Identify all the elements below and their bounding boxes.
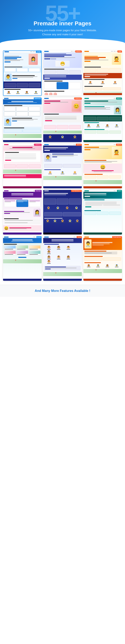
mock-pricing-faq: [3, 218, 42, 225]
mock-da-map: [43, 176, 82, 180]
mock-logo-blog: [4, 236, 9, 238]
mock-doctor-img: 👩‍⚕️: [29, 54, 38, 65]
plan-pro: [17, 200, 28, 207]
pricing-tag: PRICING: [35, 190, 42, 192]
mock-sa-img: 💆: [112, 147, 121, 158]
mock-services-footer: [3, 140, 42, 142]
mock-da-values: [43, 162, 82, 168]
page-card-blog[interactable]: BLOG: [3, 236, 42, 281]
mock-services: [4, 66, 41, 73]
mock-logo-dteam: [44, 236, 49, 238]
mock-pricing-smile: 😄: [3, 225, 42, 231]
page-card-skincare-home[interactable]: SKIN 💆: [83, 50, 122, 96]
mock-pricing-plans: [3, 198, 42, 208]
skincare-about-tag: ABOUT: [116, 144, 122, 146]
mock-dteam-footer: [43, 279, 82, 281]
mock-c1-cta: [3, 174, 42, 178]
mock-sa-hero: 💆: [83, 146, 122, 159]
subtitle-line2: Choose any and make it your own!: [42, 33, 83, 36]
medical-home-tag: HOME: [36, 51, 41, 53]
blog-post-6[interactable]: [29, 250, 41, 255]
page-card-skincare-about[interactable]: ABOUT 💆: [83, 144, 122, 188]
mock-about-values: [83, 128, 122, 134]
mock-c1-footer: [3, 186, 42, 188]
mock-about-footer: [83, 140, 122, 142]
mock-pricing-cta: 👩‍⚕️: [3, 208, 42, 218]
dental-smile-img: 😁: [55, 60, 70, 67]
blog-post-4[interactable]: [4, 250, 16, 255]
mock-dteam-members: 👨‍⚕️ 👩‍⚕️ 👨‍⚕️ 👩‍⚕️ 👩‍⚕️ 👨‍⚕️ 👩‍⚕️ 👨‍⚕️: [43, 243, 82, 265]
page-card-dental-home[interactable]: DENTAL: [43, 50, 82, 96]
blog-post-5[interactable]: [17, 250, 28, 255]
mock-dental-hero: 😁: [43, 52, 82, 68]
mock-test-hero: [43, 192, 82, 197]
mock-skin-products: [83, 66, 122, 73]
dental-contact-tag: CONTACT: [74, 98, 82, 100]
mock-about-hero: [83, 99, 122, 106]
blog-post-2[interactable]: [17, 245, 28, 250]
mock-da-img: 👨‍⚕️: [44, 154, 51, 162]
mock-c1-map: [3, 170, 42, 174]
plan-basic: [4, 200, 16, 207]
page-card-team-detail[interactable]: TEAM DETAIL 👨‍⚕️: [83, 236, 122, 281]
page-card-dental-about[interactable]: ABOUT 👨‍⚕️: [43, 144, 82, 188]
page-card-appointments[interactable]: APPT: [83, 190, 122, 234]
header-section: 55+ Premade inner Pages 55+ stunning pre…: [0, 0, 125, 44]
mock-skin-map: [83, 92, 122, 92]
mock-about-mission: 👩‍⚕️: [83, 106, 122, 115]
pricing-card-1: [44, 82, 56, 89]
mock-dental-pricing: [43, 80, 82, 90]
mock-dteam-map: [43, 272, 82, 276]
mock-logo-pricing: [4, 190, 9, 191]
mock-test-footer: [43, 232, 82, 234]
page-card-testimonials[interactable]: TESTIMONIALS: [43, 190, 82, 234]
page-card-medical-home[interactable]: HOME: [3, 50, 42, 96]
mock-contact-img: 😊: [72, 100, 81, 112]
mock-da-hero: [43, 146, 82, 153]
about-tag: ABOUT: [116, 98, 122, 100]
mock-sa-map: [83, 180, 122, 184]
sa-smile-emoji: 😄: [84, 164, 121, 170]
pricing-smile-emoji: 😄: [4, 226, 9, 230]
blog-tag: BLOG: [37, 236, 42, 238]
mock-test-people: 👩 👨 👩 👨: [43, 205, 82, 211]
mock-nav-skin: [83, 50, 122, 52]
mock-td-footer: [83, 279, 122, 281]
mock-skin-tips: [83, 85, 122, 91]
page-card-pricing[interactable]: PRICING: [3, 190, 42, 234]
mock-logo: [5, 51, 9, 52]
dental-team-tag: TEAM: [77, 236, 82, 238]
mock-blog-grid: [3, 243, 42, 256]
page-card-contact1[interactable]: CONTACT: [3, 144, 42, 188]
testimonials-tag: TESTIMONIALS: [71, 190, 82, 192]
mock-about-img: 👩‍⚕️: [114, 106, 121, 114]
mock-dcontact-form: [43, 113, 82, 124]
footer-section: And Many More Features Available !: [0, 285, 125, 297]
mock-blog-map: [3, 259, 42, 263]
mock-dteam-hero: [43, 238, 82, 243]
page-card-dental-team[interactable]: TEAM 👨‍⚕️ 👩‍⚕️: [43, 236, 82, 281]
mock-nav-blog: [3, 236, 42, 238]
plan-enterprise: [29, 200, 41, 207]
team-detail-tag: TEAM DETAIL: [112, 236, 122, 238]
mock-logo-td: [84, 236, 89, 238]
mock-dcontact-team: 👩 👨 👩: [43, 134, 82, 140]
mock-dental-services: [43, 68, 82, 74]
mock-da-story: 👨‍⚕️: [43, 153, 82, 162]
mock-skin-cta: [83, 73, 122, 78]
mock-blog-footer: [3, 279, 42, 281]
mock-appt-form: [83, 199, 122, 210]
blog-post-1[interactable]: [4, 245, 16, 250]
mock-logo-appt: [84, 190, 89, 191]
page-card-services[interactable]: SERVICES: [3, 98, 42, 142]
mock-sa-footer: [83, 186, 122, 188]
page-card-dental-contact[interactable]: CONTACT 😊: [43, 98, 82, 142]
mock-team: 👩 👨 👩 👨: [4, 88, 41, 95]
mock-logo-c1: [4, 144, 9, 145]
mock-blog-cta: [3, 256, 42, 259]
mock-pricing-img: 👩‍⚕️: [34, 208, 41, 217]
blog-post-3[interactable]: [29, 245, 41, 250]
mock-logo-test: [44, 190, 49, 191]
services-tag: SERVICES: [34, 98, 42, 100]
page-card-about[interactable]: ABOUT: [83, 98, 122, 142]
